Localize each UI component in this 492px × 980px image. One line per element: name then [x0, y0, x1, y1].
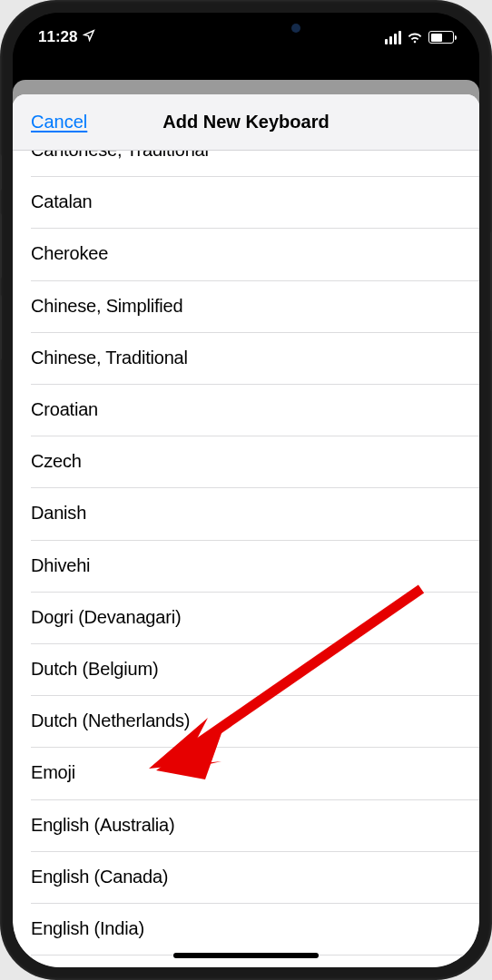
home-indicator[interactable] [173, 953, 319, 958]
phone-frame: 11:28 [0, 0, 492, 980]
keyboard-item-label: English (Canada) [31, 867, 168, 887]
screen: 11:28 [13, 13, 479, 967]
keyboard-list-item[interactable]: Dutch (Netherlands) [13, 695, 479, 747]
status-time: 11:28 [38, 28, 77, 46]
separator [31, 487, 479, 488]
separator [31, 280, 479, 281]
separator [31, 643, 479, 644]
keyboard-list-item[interactable]: Catalan [13, 176, 479, 228]
separator [31, 851, 479, 852]
keyboard-list-item[interactable]: Croatian [13, 384, 479, 436]
keyboard-list-item[interactable]: Chinese, Simplified [13, 280, 479, 332]
separator [31, 695, 479, 696]
add-keyboard-modal: Cancel Add New Keyboard Cantonese, Tradi… [13, 94, 479, 967]
keyboard-item-label: Dhivehi [31, 555, 90, 576]
keyboard-list[interactable]: Cantonese, TraditionalCatalanCherokeeChi… [13, 151, 479, 967]
keyboard-list-item[interactable]: English (India) [13, 903, 479, 955]
modal-header: Cancel Add New Keyboard [13, 94, 479, 151]
front-camera [291, 24, 300, 33]
modal-title: Add New Keyboard [162, 112, 329, 132]
keyboard-list-item[interactable]: Danish [13, 487, 479, 539]
keyboard-item-label: Dutch (Netherlands) [31, 710, 190, 731]
wifi-icon [407, 31, 423, 44]
keyboard-item-label: Czech [31, 451, 82, 472]
separator [31, 592, 479, 593]
keyboard-item-label: Emoji [31, 762, 75, 783]
keyboard-item-label: Dutch (Belgium) [31, 659, 158, 680]
cellular-signal-icon [385, 31, 401, 44]
separator [31, 436, 479, 436]
keyboard-list-item[interactable]: English (Canada) [13, 851, 479, 903]
location-icon [83, 28, 95, 46]
keyboard-list-item[interactable]: English (Australia) [13, 799, 479, 850]
separator [31, 747, 479, 748]
cancel-button[interactable]: Cancel [31, 112, 87, 132]
keyboard-item-label: Catalan [31, 191, 93, 212]
keyboard-item-label: English (Australia) [31, 815, 175, 836]
separator [31, 384, 479, 385]
keyboard-list-item[interactable]: Czech [13, 436, 479, 487]
keyboard-item-label: Croatian [31, 399, 98, 420]
separator [31, 228, 479, 229]
battery-icon [428, 31, 454, 44]
keyboard-list-item[interactable]: Dhivehi [13, 540, 479, 592]
keyboard-item-label: Danish [31, 503, 86, 524]
separator [31, 540, 479, 541]
separator [31, 332, 479, 333]
device-notch [137, 13, 355, 45]
keyboard-list-item[interactable]: Cantonese, Traditional [13, 151, 479, 176]
side-button-vol-down [0, 295, 2, 360]
keyboard-item-label: Cantonese, Traditional [31, 151, 209, 161]
keyboard-list-item[interactable]: Dutch (Belgium) [13, 643, 479, 695]
keyboard-item-label: Chinese, Traditional [31, 348, 188, 368]
side-button-mute [0, 154, 2, 191]
side-button-vol-up [0, 213, 2, 279]
keyboard-item-label: English (India) [31, 918, 144, 939]
keyboard-list-item[interactable]: Emoji [13, 747, 479, 799]
keyboard-item-label: Chinese, Simplified [31, 296, 182, 317]
separator [31, 799, 479, 800]
keyboard-list-item[interactable]: Dogri (Devanagari) [13, 592, 479, 643]
separator [31, 903, 479, 904]
keyboard-list-item[interactable]: Chinese, Traditional [13, 332, 479, 384]
separator [31, 176, 479, 177]
keyboard-item-label: Cherokee [31, 243, 108, 264]
phone-screen-area: 11:28 [13, 13, 479, 967]
keyboard-item-label: Dogri (Devanagari) [31, 607, 181, 628]
keyboard-list-item[interactable]: Cherokee [13, 228, 479, 279]
